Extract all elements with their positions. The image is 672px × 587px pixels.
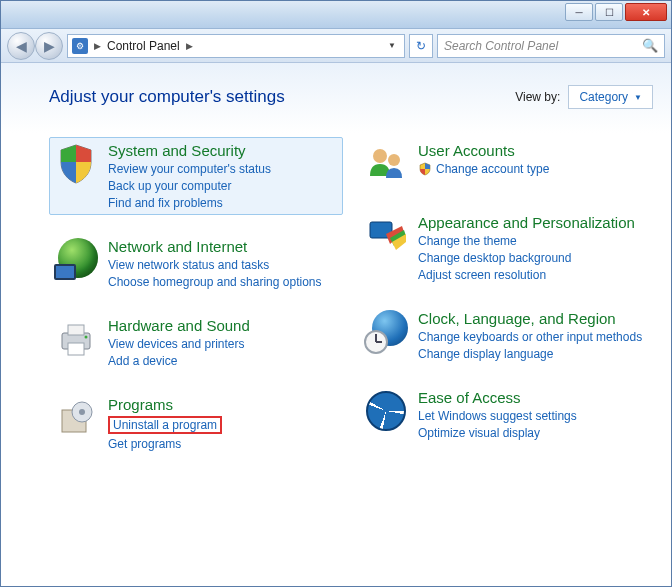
uac-shield-icon — [418, 162, 432, 176]
view-by-select[interactable]: Category ▼ — [568, 85, 653, 109]
control-panel-icon: ⚙ — [72, 38, 88, 54]
link-change-background[interactable]: Change desktop background — [418, 251, 635, 265]
minimize-button[interactable]: ─ — [565, 3, 593, 21]
chevron-down-icon: ▼ — [634, 93, 642, 102]
category-programs[interactable]: Programs Uninstall a program Get program… — [49, 391, 343, 456]
refresh-button[interactable]: ↻ — [409, 34, 433, 58]
nav-buttons: ◀ ▶ — [7, 32, 63, 60]
ease-of-access-icon — [364, 389, 408, 433]
link-network-status[interactable]: View network status and tasks — [108, 258, 321, 272]
highlight-uninstall: Uninstall a program — [108, 416, 222, 434]
category-title[interactable]: Network and Internet — [108, 238, 321, 255]
category-title[interactable]: Appearance and Personalization — [418, 214, 635, 231]
category-column-left: System and Security Review your computer… — [49, 137, 343, 456]
svg-point-6 — [79, 409, 85, 415]
view-by-label: View by: — [515, 90, 560, 104]
globe-network-icon — [54, 238, 98, 282]
users-icon — [364, 142, 408, 186]
navigation-bar: ◀ ▶ ⚙ ▶ Control Panel ▶ ▼ ↻ Search Contr… — [1, 29, 671, 63]
category-title[interactable]: Programs — [108, 396, 222, 413]
category-ease-of-access[interactable]: Ease of Access Let Windows suggest setti… — [359, 384, 653, 445]
link-suggest-settings[interactable]: Let Windows suggest settings — [418, 409, 577, 423]
close-button[interactable]: ✕ — [625, 3, 667, 21]
category-title[interactable]: Clock, Language, and Region — [418, 310, 642, 327]
shield-icon — [54, 142, 98, 186]
svg-point-8 — [388, 154, 400, 166]
programs-icon — [54, 396, 98, 440]
link-review-status[interactable]: Review your computer's status — [108, 162, 271, 176]
search-placeholder: Search Control Panel — [444, 39, 558, 53]
back-button[interactable]: ◀ — [7, 32, 35, 60]
search-input[interactable]: Search Control Panel 🔍 — [437, 34, 665, 58]
svg-rect-1 — [68, 325, 84, 335]
breadcrumb-sep-icon: ▶ — [94, 41, 101, 51]
appearance-icon — [364, 214, 408, 258]
link-find-fix[interactable]: Find and fix problems — [108, 196, 271, 210]
view-by-control: View by: Category ▼ — [515, 85, 653, 109]
link-text: Change account type — [436, 162, 549, 176]
link-screen-resolution[interactable]: Adjust screen resolution — [418, 268, 635, 282]
link-add-device[interactable]: Add a device — [108, 354, 250, 368]
address-dropdown-icon[interactable]: ▼ — [384, 41, 400, 50]
address-bar[interactable]: ⚙ ▶ Control Panel ▶ ▼ — [67, 34, 405, 58]
link-change-keyboards[interactable]: Change keyboards or other input methods — [418, 330, 642, 344]
link-change-theme[interactable]: Change the theme — [418, 234, 635, 248]
link-optimize-display[interactable]: Optimize visual display — [418, 426, 577, 440]
maximize-button[interactable]: ☐ — [595, 3, 623, 21]
forward-button[interactable]: ▶ — [35, 32, 63, 60]
link-uninstall-program[interactable]: Uninstall a program — [113, 418, 217, 432]
page-heading: Adjust your computer's settings — [49, 87, 285, 107]
view-by-value: Category — [579, 90, 628, 104]
link-get-programs[interactable]: Get programs — [108, 437, 222, 451]
category-title[interactable]: Ease of Access — [418, 389, 577, 406]
category-title[interactable]: Hardware and Sound — [108, 317, 250, 334]
clock-globe-icon — [364, 310, 408, 354]
svg-rect-2 — [68, 343, 84, 355]
window-titlebar: ─ ☐ ✕ — [1, 1, 671, 29]
svg-point-3 — [85, 336, 88, 339]
link-homegroup[interactable]: Choose homegroup and sharing options — [108, 275, 321, 289]
search-icon[interactable]: 🔍 — [642, 38, 658, 53]
content-area: Adjust your computer's settings View by:… — [1, 63, 671, 586]
category-user-accounts[interactable]: User Accounts Change account type — [359, 137, 653, 191]
link-back-up[interactable]: Back up your computer — [108, 179, 271, 193]
category-system-security[interactable]: System and Security Review your computer… — [49, 137, 343, 215]
svg-point-7 — [373, 149, 387, 163]
category-network[interactable]: Network and Internet View network status… — [49, 233, 343, 294]
breadcrumb-sep-icon: ▶ — [186, 41, 193, 51]
category-appearance[interactable]: Appearance and Personalization Change th… — [359, 209, 653, 287]
breadcrumb-control-panel[interactable]: Control Panel — [107, 39, 180, 53]
category-clock-language-region[interactable]: Clock, Language, and Region Change keybo… — [359, 305, 653, 366]
category-column-right: User Accounts Change account type — [359, 137, 653, 456]
link-display-language[interactable]: Change display language — [418, 347, 642, 361]
category-title[interactable]: System and Security — [108, 142, 271, 159]
link-devices-printers[interactable]: View devices and printers — [108, 337, 250, 351]
link-change-account-type[interactable]: Change account type — [418, 162, 549, 176]
category-hardware[interactable]: Hardware and Sound View devices and prin… — [49, 312, 343, 373]
printer-icon — [54, 317, 98, 361]
category-title[interactable]: User Accounts — [418, 142, 549, 159]
